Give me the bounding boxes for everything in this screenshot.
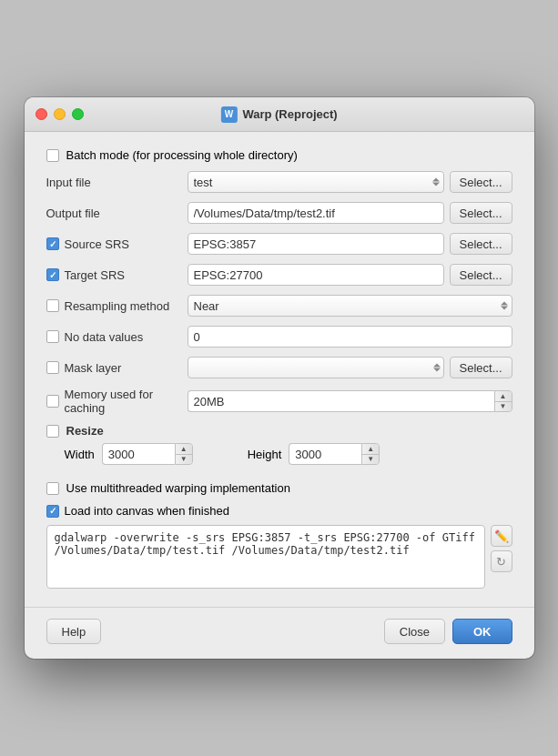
- source-srs-label: Source SRS: [65, 237, 130, 251]
- nodata-checkbox[interactable]: [46, 330, 59, 343]
- resize-checkbox[interactable]: [46, 425, 59, 438]
- main-window: W Warp (Reproject) Batch mode (for proce…: [25, 97, 534, 659]
- content-area: Batch mode (for processing whole directo…: [25, 132, 534, 603]
- resampling-row: Resampling method Near: [46, 295, 512, 317]
- output-file-content: Select...: [188, 202, 512, 224]
- refresh-icon: ↻: [496, 555, 506, 569]
- footer-right: Close OK: [384, 619, 512, 644]
- source-srs-input[interactable]: [188, 233, 444, 255]
- output-file-select-btn[interactable]: Select...: [450, 202, 512, 224]
- source-srs-checkbox[interactable]: [46, 237, 59, 250]
- memory-content: ▲ ▼: [188, 390, 512, 412]
- resampling-checkbox[interactable]: [46, 299, 59, 312]
- source-srs-select-btn[interactable]: Select...: [450, 233, 512, 255]
- ok-button[interactable]: OK: [452, 619, 512, 644]
- target-srs-content: Select...: [188, 264, 512, 286]
- close-button[interactable]: Close: [384, 619, 445, 644]
- refresh-command-btn[interactable]: ↻: [491, 550, 512, 572]
- target-srs-row: Target SRS Select...: [46, 264, 512, 286]
- mask-select-wrapper[interactable]: [188, 357, 444, 378]
- load-canvas-row: Load into canvas when finished: [46, 504, 512, 518]
- resampling-select[interactable]: Near: [194, 299, 506, 313]
- batch-mode-row: Batch mode (for processing whole directo…: [46, 148, 512, 162]
- input-file-select-btn[interactable]: Select...: [450, 171, 512, 193]
- close-traffic-light[interactable]: [36, 108, 47, 120]
- resize-height-group: Height ▲ ▼: [248, 443, 380, 465]
- width-input[interactable]: [102, 443, 175, 465]
- resize-label-row: Resize: [46, 424, 512, 438]
- output-file-label: Output file: [46, 207, 100, 220]
- nodata-label: No data values: [65, 330, 144, 344]
- height-label: Height: [248, 448, 282, 461]
- mask-layer-select-btn[interactable]: Select...: [450, 357, 512, 378]
- mask-layer-select[interactable]: [188, 357, 444, 378]
- target-srs-checkbox[interactable]: [46, 268, 59, 281]
- width-stepper-up[interactable]: ▲: [176, 444, 192, 455]
- resize-dimensions-row: Width ▲ ▼ Height ▲ ▼: [61, 443, 512, 465]
- memory-label: Memory used for caching: [65, 388, 188, 415]
- command-area: gdalwarp -overwrite -s_srs EPSG:3857 -t_…: [46, 525, 512, 589]
- edit-command-btn[interactable]: ✏️: [491, 525, 512, 547]
- batch-mode-checkbox[interactable]: [46, 149, 59, 162]
- output-file-input[interactable]: [188, 202, 444, 224]
- footer: Help Close OK: [25, 607, 534, 659]
- nodata-row: No data values: [46, 326, 512, 348]
- memory-stepper-up[interactable]: ▲: [495, 391, 512, 402]
- resize-label: Resize: [66, 424, 104, 438]
- minimize-traffic-light[interactable]: [54, 108, 66, 120]
- memory-input-wrapper: ▲ ▼: [188, 390, 512, 412]
- output-file-row: Output file Select...: [46, 202, 512, 224]
- height-input[interactable]: [289, 443, 361, 465]
- titlebar: W Warp (Reproject): [25, 97, 534, 132]
- mask-layer-content: Select...: [188, 357, 512, 378]
- memory-checkbox[interactable]: [46, 395, 59, 408]
- memory-input[interactable]: [188, 390, 494, 412]
- multithreaded-label: Use multithreaded warping implementation: [66, 481, 290, 495]
- target-srs-select-btn[interactable]: Select...: [450, 264, 512, 286]
- nodata-content: [188, 326, 512, 348]
- load-canvas-label: Load into canvas when finished: [65, 504, 229, 518]
- titlebar-title: W Warp (Reproject): [220, 106, 337, 123]
- height-stepper-up[interactable]: ▲: [362, 444, 379, 455]
- batch-mode-label: Batch mode (for processing whole directo…: [66, 148, 298, 162]
- height-stepper-wrapper: ▲ ▼: [289, 443, 380, 465]
- multithreaded-row: Use multithreaded warping implementation: [46, 481, 512, 495]
- source-srs-row: Source SRS Select...: [46, 233, 512, 255]
- height-stepper-down[interactable]: ▼: [362, 455, 379, 465]
- width-stepper: ▲ ▼: [175, 443, 193, 465]
- resampling-label: Resampling method: [65, 299, 170, 313]
- resampling-content: Near: [188, 295, 512, 317]
- load-canvas-checkbox[interactable]: [46, 505, 59, 518]
- input-file-select[interactable]: test: [194, 176, 438, 189]
- memory-row: Memory used for caching ▲ ▼: [46, 388, 512, 415]
- app-icon: W: [220, 106, 237, 123]
- mask-layer-checkbox[interactable]: [46, 361, 59, 374]
- resampling-select-wrapper[interactable]: Near: [188, 295, 512, 317]
- help-button[interactable]: Help: [46, 619, 102, 644]
- source-srs-content: Select...: [188, 233, 512, 255]
- window-title: Warp (Reproject): [242, 107, 337, 121]
- pencil-icon: ✏️: [494, 529, 509, 543]
- width-label: Width: [65, 448, 95, 461]
- resize-width-group: Width ▲ ▼: [65, 443, 193, 465]
- nodata-input[interactable]: [188, 326, 512, 348]
- input-file-content: test Select...: [188, 171, 512, 193]
- input-file-row: Input file test Select...: [46, 171, 512, 193]
- memory-stepper: ▲ ▼: [494, 390, 512, 412]
- traffic-lights: [36, 108, 84, 120]
- command-textarea[interactable]: gdalwarp -overwrite -s_srs EPSG:3857 -t_…: [46, 525, 485, 589]
- target-srs-input[interactable]: [188, 264, 444, 286]
- mask-layer-label: Mask layer: [65, 361, 122, 375]
- maximize-traffic-light[interactable]: [72, 108, 84, 120]
- target-srs-label: Target SRS: [65, 268, 125, 282]
- input-file-select-wrapper[interactable]: test: [188, 171, 444, 193]
- multithreaded-checkbox[interactable]: [46, 482, 59, 495]
- width-stepper-wrapper: ▲ ▼: [102, 443, 193, 465]
- height-stepper: ▲ ▼: [361, 443, 380, 465]
- memory-stepper-down[interactable]: ▼: [495, 402, 512, 412]
- width-stepper-down[interactable]: ▼: [176, 455, 192, 465]
- mask-layer-row: Mask layer Select...: [46, 357, 512, 378]
- command-icons: ✏️ ↻: [491, 525, 512, 589]
- input-file-label: Input file: [46, 176, 91, 189]
